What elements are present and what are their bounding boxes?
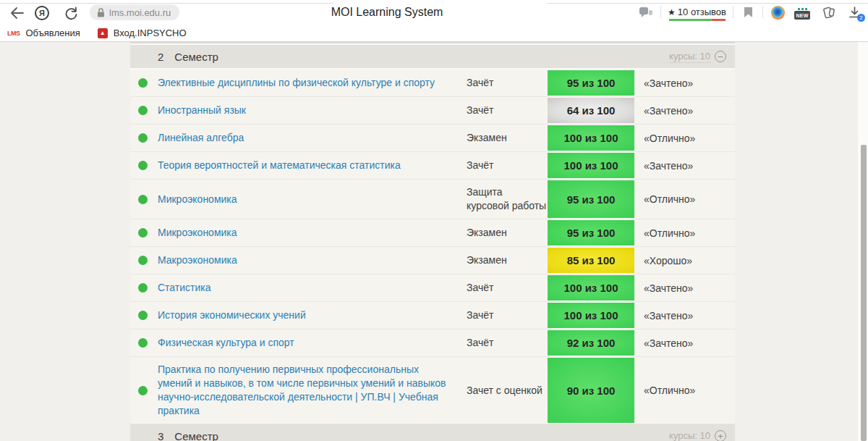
address-bar[interactable]: lms.moi.edu.ru xyxy=(90,4,179,20)
course-link[interactable]: Линейная алгебра xyxy=(158,132,244,143)
status-dot-icon xyxy=(138,195,148,204)
score-cell: 100 из 100 xyxy=(548,125,634,151)
score-cell: 64 из 100 xyxy=(548,97,634,124)
rating-bar xyxy=(669,19,726,21)
score-badge: 100 из 100 xyxy=(548,275,634,301)
back-arrow-icon xyxy=(10,7,24,19)
new-extension-label: NEW xyxy=(794,11,810,20)
course-cell: Теория вероятностей и математическая ста… xyxy=(158,153,467,178)
course-link[interactable]: Физическая культура и спорт xyxy=(158,337,294,348)
downloads-count-badge: 2 xyxy=(857,14,865,22)
course-link[interactable]: Микроэкономика xyxy=(158,227,237,238)
bookmark-item-announcements[interactable]: LMS Объявления xyxy=(7,28,80,38)
control-type: Зачёт xyxy=(467,330,548,356)
score-cell: 92 из 100 xyxy=(548,329,634,356)
section-courses-link[interactable]: курсы: 10 xyxy=(669,51,710,63)
status-cell xyxy=(138,338,158,348)
course-cell: Линейная алгебра xyxy=(158,125,467,151)
grade-value: «Зачтено» xyxy=(634,154,735,177)
extension-profile-button[interactable] xyxy=(770,4,786,20)
status-dot-icon xyxy=(138,338,148,348)
course-cell: Микроэкономика xyxy=(158,187,467,212)
yandex-logo-icon: Я xyxy=(35,6,49,20)
collections-icon xyxy=(821,7,835,19)
score-badge: 95 из 100 xyxy=(548,220,634,245)
address-url: lms.moi.edu.ru xyxy=(109,7,171,18)
course-link[interactable]: Статистика xyxy=(158,282,211,293)
section-controls: курсы: 10 + xyxy=(669,430,726,441)
section-toggle-icon: − xyxy=(718,52,723,62)
section-title: Семестр xyxy=(174,51,218,63)
score-cell: 100 из 100 xyxy=(548,152,634,179)
section-courses-link[interactable]: курсы: 10 xyxy=(669,430,710,441)
section-toggle-button[interactable]: + xyxy=(715,430,726,441)
bookmark-icon xyxy=(744,7,753,18)
grade-row: Физическая культура и спорт Зачёт 92 из … xyxy=(130,329,735,357)
rating-bar-positive xyxy=(669,19,712,21)
downloads-button[interactable]: 2 xyxy=(846,4,862,20)
score-badge: 95 из 100 xyxy=(548,70,634,96)
collections-button[interactable] xyxy=(820,4,836,20)
score-cell: 85 из 100 xyxy=(548,247,634,274)
grades-table-body: 2 Семестр курсы: 10 − Элективные дисципл… xyxy=(130,45,735,441)
yandex-home-button[interactable]: Я xyxy=(34,5,50,21)
site-rating[interactable]: ★10 отзывов xyxy=(668,4,726,21)
course-cell: Иностранный язык xyxy=(158,98,467,123)
score-cell: 95 из 100 xyxy=(548,70,634,96)
course-link[interactable]: Микроэкономика xyxy=(158,193,237,205)
section-toggle-button[interactable]: − xyxy=(715,51,726,62)
status-cell xyxy=(138,256,158,265)
score-cell: 95 из 100 xyxy=(548,219,634,246)
browser-chrome: Я lms.moi.edu.ru MOI Learning System xyxy=(0,0,868,42)
bookmark-label: Вход.INPSYCHO xyxy=(114,28,187,38)
new-extension-button[interactable]: NEW xyxy=(794,4,810,20)
status-cell xyxy=(138,283,158,293)
course-link[interactable]: Иностранный язык xyxy=(158,104,246,116)
course-cell: Практика по получению первичных професси… xyxy=(158,357,467,424)
new-extension-dots xyxy=(798,8,807,10)
course-link[interactable]: Элективные дисциплины по физической куль… xyxy=(158,77,435,88)
toolbar-separator xyxy=(762,6,763,19)
colorful-extension-icon xyxy=(771,6,785,20)
grade-value: «Зачтено» xyxy=(634,304,735,327)
course-link[interactable]: История экономических учений xyxy=(158,309,306,321)
grade-row: История экономических учений Зачёт 100 и… xyxy=(130,302,735,329)
section-toggle-icon: + xyxy=(718,432,723,441)
grade-value: «Отлично» xyxy=(634,222,735,245)
score-badge: 85 из 100 xyxy=(548,248,634,273)
bookmark-item-inpsycho[interactable]: ▲ Вход.INPSYCHO xyxy=(98,28,187,38)
score-cell: 100 из 100 xyxy=(548,274,634,301)
course-link[interactable]: Теория вероятностей и математическая ста… xyxy=(158,159,401,171)
status-cell xyxy=(138,106,158,115)
rating-bar-negative xyxy=(712,19,726,21)
scrollbar-thumb[interactable] xyxy=(861,145,867,441)
course-link[interactable]: Макроэкономика xyxy=(158,254,237,266)
control-type: Зачёт xyxy=(467,98,548,123)
refresh-button[interactable] xyxy=(63,5,79,21)
score-badge: 100 из 100 xyxy=(548,153,634,178)
course-link[interactable]: Практика по получению первичных професси… xyxy=(158,364,446,416)
section-title: Семестр xyxy=(174,430,218,441)
lms-page: 2 Семестр курсы: 10 − Элективные дисципл… xyxy=(0,42,868,441)
status-cell xyxy=(138,386,158,395)
score-badge: 100 из 100 xyxy=(548,125,634,151)
course-cell: Элективные дисциплины по физической куль… xyxy=(158,70,467,96)
status-cell xyxy=(138,311,158,320)
grades-table: 2 Семестр курсы: 10 − Элективные дисципл… xyxy=(130,42,735,441)
grade-value: «Отлично» xyxy=(634,127,735,150)
grade-row: Элективные дисциплины по физической куль… xyxy=(130,70,735,97)
bookmark-flag-button[interactable] xyxy=(740,4,756,20)
grade-value: «Зачтено» xyxy=(634,277,735,300)
status-cell xyxy=(138,195,158,204)
semester-section-header: 3 Семестр курсы: 10 + xyxy=(130,424,735,441)
status-dot-icon xyxy=(138,78,148,88)
back-button[interactable] xyxy=(9,5,25,21)
status-dot-icon xyxy=(138,283,148,293)
grade-row: Статистика Зачёт 100 из 100 «Зачтено» xyxy=(130,274,735,302)
dialogs-icon[interactable] xyxy=(638,4,654,20)
inpsycho-favicon: ▲ xyxy=(98,28,108,38)
course-cell: Статистика xyxy=(158,275,467,301)
grade-row: Практика по получению первичных професси… xyxy=(130,357,735,424)
status-dot-icon xyxy=(138,311,148,320)
bookmark-label: Объявления xyxy=(26,28,80,38)
